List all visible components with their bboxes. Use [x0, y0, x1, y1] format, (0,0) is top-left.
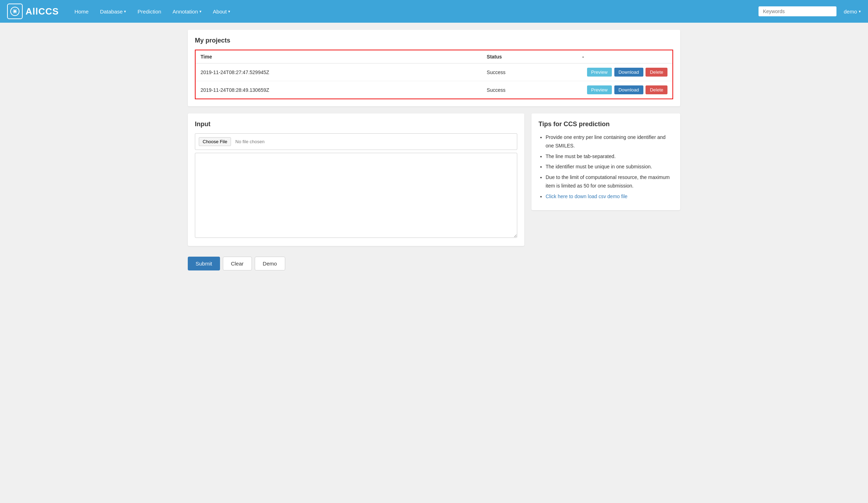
delete-button-1[interactable]: Delete: [646, 85, 667, 94]
col-header-status: Status: [482, 50, 577, 63]
row-status-1: Success: [482, 81, 577, 99]
tips-card: Tips for CCS prediction Provide one entr…: [531, 113, 680, 210]
brand-text: AllCCS: [26, 6, 59, 17]
col-header-actions: -: [577, 50, 673, 63]
nav-about[interactable]: About ▾: [208, 6, 235, 17]
tips-title: Tips for CCS prediction: [539, 121, 673, 128]
about-dropdown-arrow: ▾: [228, 9, 230, 14]
row-actions-0: Preview Download Delete: [577, 63, 673, 81]
nav-home[interactable]: Home: [69, 6, 94, 17]
tip-1: Provide one entry per line containing on…: [546, 133, 673, 150]
row-time-0: 2019-11-24T08:27:47.529945Z: [195, 63, 482, 81]
tip-2: The line must be tab-separated.: [546, 152, 673, 161]
demo-button[interactable]: Demo: [255, 257, 285, 270]
row-actions-1: Preview Download Delete: [577, 81, 673, 99]
user-label: demo: [844, 9, 857, 15]
user-dropdown-arrow: ▾: [859, 9, 861, 14]
row-time-1: 2019-11-24T08:28:49.130659Z: [195, 81, 482, 99]
nav-annotation[interactable]: Annotation ▾: [168, 6, 207, 17]
row-status-0: Success: [482, 63, 577, 81]
download-button-0[interactable]: Download: [614, 68, 643, 77]
projects-title: My projects: [195, 37, 673, 44]
nav-database[interactable]: Database ▾: [95, 6, 131, 17]
tip-4: Due to the limit of computational resour…: [546, 173, 673, 190]
input-card: Input Choose File No file chosen: [188, 113, 524, 246]
lower-section: Input Choose File No file chosen Tips fo…: [188, 113, 680, 246]
file-input-wrapper: Choose File No file chosen: [195, 133, 517, 150]
database-dropdown-arrow: ▾: [124, 9, 126, 14]
search-input[interactable]: [759, 6, 836, 16]
table-row: 2019-11-24T08:27:47.529945Z Success Prev…: [195, 63, 673, 81]
tips-list: Provide one entry per line containing on…: [539, 133, 673, 201]
brand-logo[interactable]: AllCCS: [7, 4, 59, 19]
projects-table: Time Status - 2019-11-24T08:27:47.529945…: [195, 50, 673, 99]
no-file-text: No file chosen: [235, 139, 264, 144]
col-header-time: Time: [195, 50, 482, 63]
search-container: [759, 6, 836, 16]
text-input[interactable]: [195, 153, 517, 238]
demo-csv-link[interactable]: Click here to down load csv demo file: [546, 194, 627, 199]
brand-icon: [7, 4, 23, 19]
choose-file-button[interactable]: Choose File: [199, 137, 231, 146]
input-title: Input: [195, 121, 517, 128]
tip-3: The identifier must be unique in one sub…: [546, 163, 673, 171]
table-row: 2019-11-24T08:28:49.130659Z Success Prev…: [195, 81, 673, 99]
nav-prediction[interactable]: Prediction: [133, 6, 166, 17]
nav-menu: Home Database ▾ Prediction Annotation ▾ …: [69, 6, 759, 17]
svg-point-1: [14, 10, 16, 12]
user-menu[interactable]: demo ▾: [844, 9, 861, 15]
submit-button[interactable]: Submit: [188, 257, 220, 270]
annotation-dropdown-arrow: ▾: [199, 9, 202, 14]
preview-button-1[interactable]: Preview: [587, 85, 612, 94]
delete-button-0[interactable]: Delete: [646, 68, 667, 77]
action-bar: Submit Clear Demo: [188, 253, 680, 274]
download-button-1[interactable]: Download: [614, 85, 643, 94]
tip-5: Click here to down load csv demo file: [546, 192, 673, 201]
navbar: AllCCS Home Database ▾ Prediction Annota…: [0, 0, 868, 23]
main-content: My projects Time Status - 2019-11-24T08:…: [177, 23, 691, 281]
projects-card: My projects Time Status - 2019-11-24T08:…: [188, 30, 680, 106]
clear-button[interactable]: Clear: [223, 257, 252, 270]
preview-button-0[interactable]: Preview: [587, 68, 612, 77]
